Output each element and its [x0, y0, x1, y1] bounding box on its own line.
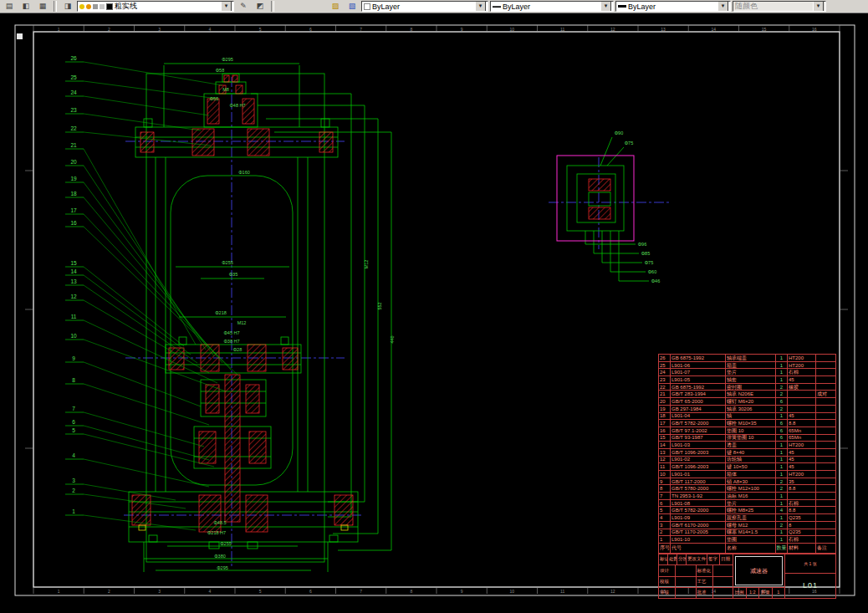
signature-cell: [713, 565, 733, 575]
bom-cell: 1: [776, 471, 788, 478]
color-dropdown-arrow[interactable]: ▾: [475, 1, 486, 12]
plotstyle-dropdown[interactable]: 随颜色 ▾: [733, 1, 826, 12]
dimension-label: Φ96: [638, 242, 647, 247]
signature-cell: [676, 565, 697, 575]
lineweight-dropdown-arrow[interactable]: ▾: [717, 1, 728, 12]
layer-dropdown-arrow[interactable]: ▾: [221, 1, 232, 12]
bom-cell: 45: [788, 457, 816, 463]
zone-number: 4: [208, 27, 211, 32]
bom-cell: 螺栓 M10×35: [726, 420, 776, 427]
bom-cell: 12: [659, 457, 671, 463]
bom-cell: 键 8×40: [726, 449, 776, 456]
color-dropdown[interactable]: ByLayer ▾: [361, 1, 488, 12]
dimension-label: M8: [222, 87, 229, 92]
bom-cell: [816, 536, 835, 543]
balloon-label: 24: [70, 89, 77, 95]
bom-cell: 螺母 M12: [726, 522, 776, 529]
zone-number: 11: [560, 27, 564, 32]
bom-row: 23L901-05轴套145: [659, 375, 835, 383]
dimension-label: Φ218: [215, 310, 227, 315]
bom-row: 24L901-07垫片1石棉: [659, 368, 835, 375]
bom-cell: [788, 398, 816, 405]
make-layer-current-icon[interactable]: ✎: [236, 0, 251, 13]
bom-cell: 3: [659, 522, 671, 529]
layer-states-icon[interactable]: ◧: [18, 0, 33, 13]
zone-number: 3: [158, 27, 161, 32]
bom-cell: [816, 362, 835, 369]
bom-row: 21GB/T 283-1994轴承 N206E2成对: [659, 390, 835, 397]
bom-cell: [816, 376, 835, 383]
bom-cell: 备注: [816, 544, 835, 553]
bom-cell: 10: [659, 471, 671, 478]
lineweight-value-label: ByLayer: [628, 3, 656, 11]
bom-cell: 观察孔盖: [726, 514, 776, 521]
layer-previous-icon[interactable]: ◩: [253, 0, 268, 13]
qty-label: 数量: [759, 588, 773, 598]
bom-cell: [816, 529, 835, 536]
zone-number: 6: [309, 27, 312, 32]
zone-number: 8: [410, 27, 412, 32]
balloon-label: 21: [70, 142, 77, 148]
dimension-label: Φ255: [220, 541, 232, 546]
layer-manager-icon[interactable]: ▤: [2, 0, 17, 13]
drawing-number: L01: [785, 574, 835, 598]
drawing-canvas[interactable]: 1122334455667788991010111112121313141415…: [0, 13, 868, 613]
layer-thaw-icon: [86, 4, 91, 9]
bom-cell: 轴套: [726, 376, 776, 383]
bom-cell: GB/T 283-1994: [671, 391, 726, 397]
bom-row: 14L901-03透盖1HT200: [659, 441, 835, 448]
bom-cell: [816, 384, 835, 391]
zone-number: 7: [360, 589, 362, 594]
balloon-label: 10: [70, 333, 77, 339]
bom-cell: [816, 500, 835, 507]
bom-header-row: 序号代号名称数量材料备注: [659, 543, 835, 553]
bom-row: 20GB/T 65-2000螺钉 M6×206: [659, 397, 835, 405]
linetype-dropdown-arrow[interactable]: ▾: [600, 1, 611, 12]
dimension-label: Φ75: [625, 140, 634, 146]
section-hatching: [132, 75, 610, 532]
bom-cell: 1: [776, 493, 788, 499]
color-control-icon[interactable]: ▧: [345, 0, 360, 13]
bom-cell: 1: [776, 369, 788, 375]
balloon-label: 26: [70, 55, 77, 61]
bom-cell: HT200: [788, 355, 816, 361]
bom-cell: 45: [788, 463, 816, 470]
bom-cell: 22: [659, 384, 671, 391]
selection-marker: [17, 33, 23, 39]
color-value-label: ByLayer: [372, 3, 400, 11]
bom-row: 18L901-04轴145: [659, 412, 835, 420]
dimension-label: 440: [390, 335, 395, 343]
bom-cell: 16: [659, 427, 671, 434]
bom-cell: 石棉: [788, 536, 816, 543]
color-swatch: [364, 3, 370, 10]
dimension-label: Φ48.5: [213, 520, 226, 525]
bom-cell: 代号: [671, 544, 726, 553]
layer-lock-icon: [93, 4, 98, 9]
bom-cell: 2: [776, 384, 788, 391]
balloon-label: 14: [70, 268, 77, 274]
change-header-cell: 签字: [707, 554, 720, 564]
dimension-label: Φ295: [222, 57, 233, 62]
bom-row: 1L901-10垫圈1石棉: [659, 535, 835, 543]
zone-number: 12: [610, 27, 615, 32]
dimension-label: Φ255: [222, 260, 233, 265]
match-properties-icon[interactable]: ▨: [328, 0, 343, 13]
dimension-label: Φ28: [233, 347, 243, 352]
layer-dropdown[interactable]: 粗实线 ▾: [77, 1, 234, 12]
bom-cell: [816, 478, 835, 485]
bom-cell: 2: [776, 406, 788, 412]
bom-row: 5GB/T 5782-2000螺栓 M8×2548.8: [659, 506, 835, 513]
bom-cell: 11: [659, 463, 671, 470]
bom-cell: L901-01: [671, 471, 726, 478]
balloon-label: 4: [72, 452, 75, 458]
layer-on-off-icon[interactable]: ◨: [60, 0, 75, 13]
scale-label: 比例: [733, 588, 747, 598]
signature-row: 校核工艺: [659, 576, 733, 587]
bom-cell: L901-09: [671, 514, 726, 521]
layer-freeze-icon[interactable]: ▦: [35, 0, 50, 13]
balloon-label: 18: [70, 191, 77, 197]
linetype-dropdown[interactable]: ByLayer ▾: [490, 1, 614, 12]
lineweight-dropdown[interactable]: ByLayer ▾: [615, 1, 731, 12]
plotstyle-dropdown-arrow[interactable]: ▾: [813, 1, 824, 12]
bom-cell: 9: [659, 478, 671, 485]
